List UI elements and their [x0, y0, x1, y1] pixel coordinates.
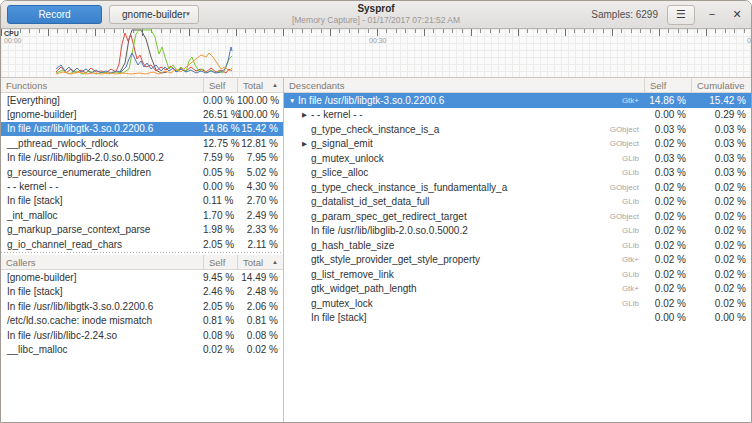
process-selector-label: gnome-builder	[122, 9, 186, 20]
paned-resize-handle[interactable]	[1, 251, 283, 255]
descendant-name-cell: g_slice_allocGLib	[284, 167, 644, 178]
minimize-button[interactable]: −	[704, 6, 720, 24]
descendants-cumulative-column-header[interactable]: Cumulative ▲	[691, 78, 751, 92]
descendant-name: gtk_widget_path_length	[311, 283, 417, 294]
caller-row[interactable]: In file [stack]2.46 %2.48 %	[1, 285, 283, 299]
descendant-cumulative-value: 0.02 %	[691, 211, 751, 222]
expander-open-icon[interactable]: ▼	[289, 97, 298, 104]
functions-self-column-header[interactable]: Self	[203, 78, 237, 92]
descendant-name: g_mutex_unlock	[311, 153, 384, 164]
function-row[interactable]: g_io_channel_read_chars2.05 %2.11 %	[1, 237, 283, 251]
descendant-row[interactable]: ▶g_signal_emitGObject0.02 %0.03 %	[284, 137, 751, 152]
cpu-timeline-graph[interactable]: CPU 00:00 00:30 01:00	[1, 29, 751, 78]
function-total-value: 15.42 %	[237, 123, 283, 134]
descendant-row[interactable]: ▶- - kernel - -0.00 %0.29 %	[284, 108, 751, 123]
library-badge: GLib	[622, 299, 644, 308]
caller-self-value: 2.05 %	[203, 301, 237, 312]
record-button[interactable]: Record	[7, 5, 102, 24]
expander-closed-icon[interactable]: ▶	[302, 140, 311, 148]
window-subtitle: [Memory Capture] - 01/17/2017 07:21:52 A…	[292, 15, 460, 26]
caller-self-value: 0.08 %	[203, 330, 237, 341]
descendants-column-header[interactable]: Descendants	[284, 78, 644, 92]
function-name: _int_malloc	[1, 210, 203, 221]
descendant-row[interactable]: g_list_remove_linkGLib0.02 %0.02 %	[284, 267, 751, 282]
function-row[interactable]: [Everything]0.00 %100.00 %	[1, 93, 283, 107]
library-badge: Gtk+	[622, 255, 644, 264]
function-row[interactable]: _int_malloc1.70 %2.49 %	[1, 208, 283, 222]
function-name: g_io_channel_read_chars	[1, 239, 203, 250]
descendant-row[interactable]: gtk_style_provider_get_style_propertyGtk…	[284, 253, 751, 268]
sort-ascending-icon: ▲	[266, 82, 278, 88]
function-self-value: 2.05 %	[203, 239, 237, 250]
function-self-value: 26.51 %	[203, 109, 237, 120]
descendant-row[interactable]: g_slice_allocGLib0.03 %0.03 %	[284, 166, 751, 181]
descendant-name: g_type_check_instance_is_fundamentally_a	[311, 182, 507, 193]
caller-total-value: 0.02 %	[237, 344, 283, 355]
functions-total-column-header[interactable]: Total ▲	[237, 78, 283, 92]
callers-self-column-header[interactable]: Self	[203, 255, 237, 269]
descendant-row[interactable]: gtk_widget_path_lengthGtk+0.02 %0.02 %	[284, 282, 751, 297]
caller-row[interactable]: /etc/ld.so.cache: inode mismatch0.81 %0.…	[1, 313, 283, 327]
function-total-value: 2.70 %	[237, 195, 283, 206]
function-total-value: 2.11 %	[237, 239, 283, 250]
functions-column-header[interactable]: Functions	[1, 78, 203, 92]
descendant-name: g_list_remove_link	[311, 269, 394, 280]
close-button[interactable]: ✕	[729, 6, 745, 24]
callers-total-column-header[interactable]: Total ▲	[237, 255, 283, 269]
descendant-name-cell: ▼In file /usr/lib/libgtk-3.so.0.2200.6Gt…	[284, 95, 644, 106]
descendant-row[interactable]: g_type_check_instance_is_aGObject0.03 %0…	[284, 122, 751, 137]
descendant-name: g_hash_table_size	[311, 240, 394, 251]
function-row[interactable]: [gnome-builder]26.51 %100.00 %	[1, 107, 283, 121]
timeline-ruler-major-ticks	[1, 29, 751, 36]
expander-closed-icon[interactable]: ▶	[302, 111, 311, 119]
function-row[interactable]: g_markup_parse_context_parse1.98 %2.33 %	[1, 223, 283, 237]
function-row[interactable]: In file [stack]0.11 %2.70 %	[1, 194, 283, 208]
descendant-cumulative-value: 0.02 %	[691, 182, 751, 193]
function-self-value: 1.70 %	[203, 210, 237, 221]
function-name: In file /usr/lib/libgtk-3.so.0.2200.6	[1, 123, 203, 134]
descendant-row[interactable]: In file /usr/lib/libglib-2.0.so.0.5000.2…	[284, 224, 751, 239]
function-row[interactable]: In file /usr/lib/libglib-2.0.so.0.5000.2…	[1, 151, 283, 165]
descendants-self-column-header[interactable]: Self	[644, 78, 691, 92]
cpu-label: CPU	[4, 30, 19, 37]
function-name: In file /usr/lib/libglib-2.0.so.0.5000.2	[1, 152, 203, 163]
callers-table-header: Callers Self Total ▲	[1, 255, 283, 270]
caller-row[interactable]: __libc_malloc0.02 %0.02 %	[1, 342, 283, 356]
descendant-row[interactable]: g_mutex_unlockGLib0.03 %0.03 %	[284, 151, 751, 166]
descendant-row[interactable]: g_hash_table_sizeGLib0.02 %0.02 %	[284, 238, 751, 253]
caller-row[interactable]: In file /usr/lib/libgtk-3.so.0.2200.62.0…	[1, 299, 283, 313]
function-row[interactable]: - - kernel - -0.00 %4.30 %	[1, 179, 283, 193]
descendant-row[interactable]: ▼In file /usr/lib/libgtk-3.so.0.2200.6Gt…	[284, 93, 751, 108]
function-row[interactable]: In file /usr/lib/libgtk-3.so.0.2200.614.…	[1, 122, 283, 136]
function-row[interactable]: g_resource_enumerate_children0.05 %5.02 …	[1, 165, 283, 179]
left-pane: Functions Self Total ▲ [Everything]0.00 …	[1, 78, 284, 422]
descendant-row[interactable]: g_type_check_instance_is_fundamentally_a…	[284, 180, 751, 195]
function-total-value: 100.00 %	[237, 95, 283, 106]
descendant-row[interactable]: In file [stack]0.00 %0.00 %	[284, 311, 751, 326]
descendant-row[interactable]: g_datalist_id_set_data_fullGLib0.02 %0.0…	[284, 195, 751, 210]
descendant-name-cell: gtk_style_provider_get_style_propertyGtk…	[284, 254, 644, 265]
descendants-cumulative-label: Cumulative	[697, 80, 745, 91]
caller-row[interactable]: [gnome-builder]9.45 %14.49 %	[1, 270, 283, 284]
function-total-value: 5.02 %	[237, 167, 283, 178]
descendant-row[interactable]: g_mutex_lockGLib0.02 %0.02 %	[284, 296, 751, 311]
window-title-block: Sysprof [Memory Capture] - 01/17/2017 07…	[292, 3, 460, 26]
menu-button[interactable]: ☰	[667, 5, 695, 25]
caller-self-value: 0.02 %	[203, 344, 237, 355]
descendant-cumulative-value: 0.03 %	[691, 124, 751, 135]
cpu-line-blue	[56, 47, 232, 73]
function-row[interactable]: __pthread_rwlock_rdlock12.75 %12.81 %	[1, 136, 283, 150]
function-self-value: 12.75 %	[203, 138, 237, 149]
function-total-value: 12.81 %	[237, 138, 283, 149]
library-badge: GLib	[622, 226, 644, 235]
caller-name: In file [stack]	[1, 286, 203, 297]
descendant-name: In file [stack]	[311, 312, 367, 323]
descendant-cumulative-value: 0.02 %	[691, 225, 751, 236]
process-selector-dropdown[interactable]: gnome-builder ▼	[109, 5, 199, 24]
library-badge: GLib	[622, 154, 644, 163]
descendant-cumulative-value: 0.00 %	[691, 312, 751, 323]
descendant-row[interactable]: g_param_spec_get_redirect_targetGObject0…	[284, 209, 751, 224]
sysprof-window: Record gnome-builder ▼ Sysprof [Memory C…	[0, 0, 752, 423]
callers-column-header[interactable]: Callers	[1, 255, 203, 269]
caller-row[interactable]: In file /usr/lib/libc-2.24.so0.08 %0.08 …	[1, 328, 283, 342]
